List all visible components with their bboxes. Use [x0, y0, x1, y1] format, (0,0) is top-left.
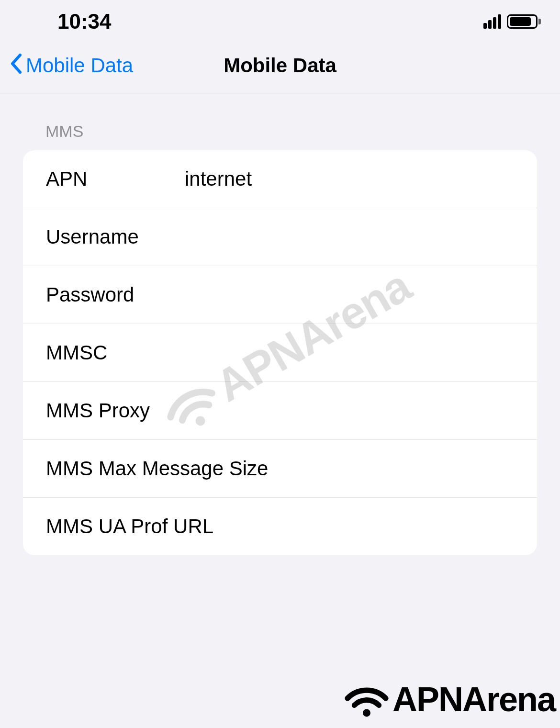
- content: MMS APN Username Password MMSC: [0, 93, 560, 555]
- wifi-icon: [343, 679, 391, 719]
- mms-proxy-label: MMS Proxy: [46, 399, 150, 422]
- mms-max-size-input[interactable]: [268, 457, 537, 480]
- bottom-logo: APNArena: [343, 679, 555, 719]
- settings-row-mms-max-size[interactable]: MMS Max Message Size: [23, 440, 537, 498]
- settings-row-mmsc[interactable]: MMSC: [23, 324, 537, 382]
- mmsc-label: MMSC: [46, 341, 185, 364]
- back-button[interactable]: Mobile Data: [0, 53, 133, 78]
- settings-group-mms: APN Username Password MMSC MMS P: [23, 150, 537, 555]
- status-time: 10:34: [57, 10, 112, 34]
- section-header-mms: MMS: [0, 122, 560, 150]
- password-input[interactable]: [185, 283, 537, 306]
- navigation-bar: Mobile Data Mobile Data: [0, 38, 560, 93]
- svg-point-1: [363, 709, 370, 717]
- mms-ua-prof-input[interactable]: [213, 515, 537, 538]
- apn-input[interactable]: [185, 168, 537, 190]
- mms-max-size-label: MMS Max Message Size: [46, 457, 268, 480]
- chevron-left-icon: [10, 53, 22, 78]
- battery-icon: [507, 14, 541, 29]
- mms-proxy-input[interactable]: [150, 399, 537, 422]
- mmsc-input[interactable]: [185, 341, 537, 364]
- back-label: Mobile Data: [26, 54, 133, 77]
- settings-row-mms-ua-prof[interactable]: MMS UA Prof URL: [23, 498, 537, 555]
- status-icons: [483, 14, 541, 29]
- settings-row-apn[interactable]: APN: [23, 150, 537, 208]
- settings-row-password[interactable]: Password: [23, 266, 537, 324]
- page-title: Mobile Data: [224, 54, 336, 77]
- status-bar: 10:34: [0, 0, 560, 38]
- username-input[interactable]: [185, 225, 537, 248]
- settings-row-username[interactable]: Username: [23, 208, 537, 266]
- username-label: Username: [46, 225, 185, 248]
- cellular-signal-icon: [483, 14, 501, 29]
- bottom-logo-text: APNArena: [392, 680, 555, 719]
- apn-label: APN: [46, 168, 185, 190]
- mms-ua-prof-label: MMS UA Prof URL: [46, 515, 213, 538]
- settings-row-mms-proxy[interactable]: MMS Proxy: [23, 382, 537, 440]
- password-label: Password: [46, 283, 185, 306]
